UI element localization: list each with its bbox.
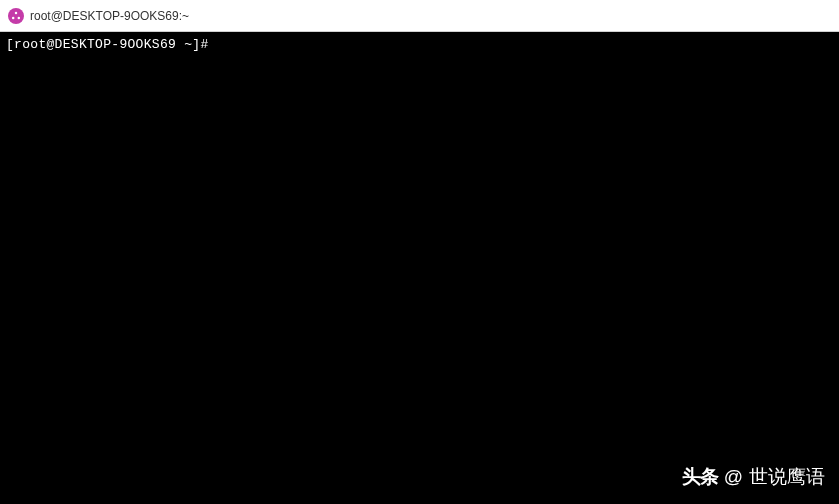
watermark-logo-text: 头条 bbox=[682, 464, 718, 490]
watermark-name: 世说鹰语 bbox=[749, 464, 825, 490]
terminal-area[interactable]: [root@DESKTOP-9OOKS69 ~]# bbox=[0, 32, 839, 504]
window-title: root@DESKTOP-9OOKS69:~ bbox=[30, 9, 189, 23]
svg-point-0 bbox=[15, 11, 18, 14]
prompt-text: [root@DESKTOP-9OOKS69 ~]# bbox=[6, 37, 209, 52]
watermark-at: @ bbox=[724, 466, 743, 488]
svg-point-1 bbox=[12, 16, 15, 19]
watermark-logo: 头条 bbox=[682, 464, 718, 490]
watermark: 头条 @ 世说鹰语 bbox=[682, 464, 825, 490]
window-title-bar[interactable]: root@DESKTOP-9OOKS69:~ bbox=[0, 0, 839, 32]
ubuntu-icon bbox=[8, 8, 24, 24]
terminal-prompt: [root@DESKTOP-9OOKS69 ~]# bbox=[6, 36, 833, 54]
svg-point-2 bbox=[18, 16, 21, 19]
